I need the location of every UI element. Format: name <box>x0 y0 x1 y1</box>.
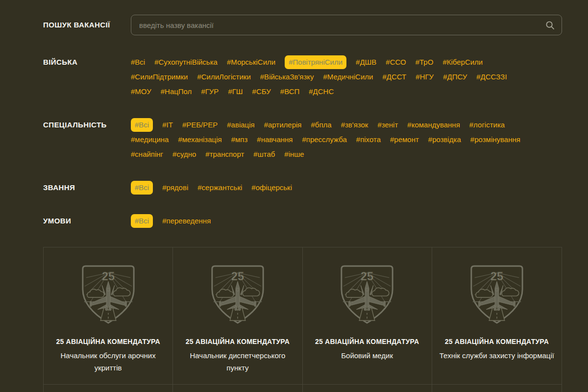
filter-tag[interactable]: #зеніт <box>377 120 398 130</box>
filter-tag[interactable]: #судно <box>172 149 196 160</box>
filter-group-conditions: УМОВИ #Всі#переведення <box>43 214 562 228</box>
filter-tag[interactable]: #СухопутніВійська <box>154 57 218 68</box>
unit-emblem-25-aviation-icon: 25 <box>79 264 137 325</box>
filter-tag[interactable]: #мпз <box>231 134 248 145</box>
filter-tags-conditions: #Всі#переведення <box>131 214 562 228</box>
filter-tag[interactable]: #ТрО <box>416 57 434 68</box>
tag-row: #СилиПідтримки#СилиЛогістики#ВійськаЗв'я… <box>131 70 562 84</box>
filter-tag[interactable]: #сержантські <box>197 182 242 193</box>
filter-label-specialty: СПЕЦІАЛЬНІСТЬ <box>43 118 131 132</box>
vacancy-card-partial[interactable] <box>432 385 562 392</box>
filter-label-conditions: УМОВИ <box>43 214 131 228</box>
filter-tag[interactable]: #РЕБ/РЕР <box>182 120 218 130</box>
filter-tag[interactable]: #переведення <box>162 216 211 226</box>
search-input[interactable] <box>131 15 562 35</box>
filter-tag[interactable]: #Всі <box>131 118 153 132</box>
filter-label-troops: ВІЙСЬКА <box>43 55 131 70</box>
filter-tag[interactable]: #навчання <box>257 134 293 145</box>
vacancy-position: Начальник диспетчерського пункту <box>180 350 295 374</box>
filter-tag[interactable]: #ДССТ <box>382 72 406 82</box>
filter-tag[interactable]: #піхота <box>356 134 381 145</box>
filter-tag[interactable]: #КіберСили <box>442 57 483 68</box>
filter-tag[interactable]: #розмінування <box>470 134 520 145</box>
filter-tag[interactable]: #снайпінг <box>131 149 163 160</box>
filter-tag[interactable]: #механізація <box>178 134 221 145</box>
filter-tag[interactable]: #МедичніСили <box>323 72 373 82</box>
vacancy-unit-title: 25 АВІАЦІЙНА КОМЕНДАТУРА <box>186 338 290 345</box>
svg-text:25: 25 <box>101 270 114 283</box>
vacancy-position: Начальник обслуги арочних укриттів <box>50 350 166 374</box>
filter-tag[interactable]: #ремонт <box>390 134 419 145</box>
search-row: ПОШУК ВАКАНСІЇ <box>43 15 562 35</box>
filter-tags-rank: #Всі#рядові#сержантські#офіцерські <box>131 180 562 195</box>
filter-tag[interactable]: #СБУ <box>252 86 271 97</box>
vacancy-position: Бойовий медик <box>341 350 393 362</box>
vacancy-card[interactable]: 25 25 АВІАЦІЙНА КОМЕНДАТУРА Начальник ди… <box>173 247 302 385</box>
unit-emblem-25-aviation-icon: 25 <box>338 264 396 325</box>
filter-tag[interactable]: #артилерія <box>264 120 302 130</box>
filter-tag[interactable]: #ІТ <box>162 120 173 130</box>
filter-label-rank: ЗВАННЯ <box>43 180 131 195</box>
vacancy-unit-title: 25 АВІАЦІЙНА КОМЕНДАТУРА <box>56 338 160 345</box>
vacancy-card[interactable]: 25 25 АВІАЦІЙНА КОМЕНДАТУРА Начальник об… <box>44 247 173 385</box>
filter-tag[interactable]: #командування <box>407 120 460 130</box>
filter-tag[interactable]: #ВійськаЗв'язку <box>260 72 314 82</box>
tag-row: #медицина#механізація#мпз#навчання#пресс… <box>131 132 562 147</box>
filter-tag[interactable]: #зв'язок <box>341 120 368 130</box>
filter-tag[interactable]: #МорськіСили <box>227 57 275 68</box>
filter-tag[interactable]: #медицина <box>131 134 169 145</box>
filter-tag[interactable]: #НГУ <box>416 72 434 82</box>
filter-tag[interactable]: #ДПСУ <box>443 72 467 82</box>
filter-tag[interactable]: #ГШ <box>228 86 243 97</box>
filter-tags-troops: #Всі#СухопутніВійська#МорськіСили#Повітр… <box>131 55 562 99</box>
svg-text:25: 25 <box>231 270 244 283</box>
vacancy-card-partial[interactable] <box>44 385 173 392</box>
filter-tag[interactable]: #НацПол <box>161 86 192 97</box>
vacancy-card[interactable]: 25 25 АВІАЦІЙНА КОМЕНДАТУРА Технік служб… <box>432 247 562 385</box>
tag-row: #снайпінг#судно#транспорт#штаб#інше <box>131 147 562 162</box>
vacancy-grid: 25 25 АВІАЦІЙНА КОМЕНДАТУРА Начальник об… <box>43 247 562 392</box>
filter-tag[interactable]: #ГУР <box>201 86 219 97</box>
vacancy-card-partial[interactable] <box>173 385 302 392</box>
filter-tag[interactable]: #ДССЗЗІ <box>476 72 507 82</box>
filter-tag[interactable]: #ДСНС <box>309 86 334 97</box>
filter-tag[interactable]: #пресслужба <box>302 134 346 145</box>
unit-emblem-25-aviation-icon: 25 <box>468 264 526 325</box>
filter-tag[interactable]: #ПовітряніСили <box>285 55 346 69</box>
filter-tag[interactable]: #офіцерські <box>251 182 292 193</box>
filter-tag[interactable]: #СилиЛогістики <box>197 72 250 82</box>
filter-tag[interactable]: #інше <box>284 149 304 160</box>
filter-tag[interactable]: #ВСП <box>280 86 299 97</box>
vacancy-search-page: ПОШУК ВАКАНСІЇ ВІЙСЬКА #Всі#СухопутніВій… <box>0 0 588 392</box>
filter-tag[interactable]: #авіація <box>227 120 254 130</box>
tag-row: #МОУ#НацПол#ГУР#ГШ#СБУ#ВСП#ДСНС <box>131 84 562 99</box>
filter-tag[interactable]: #МОУ <box>131 86 151 97</box>
search-box <box>131 15 562 35</box>
filter-tag[interactable]: #рядові <box>162 182 188 193</box>
filter-tag[interactable]: #Всі <box>131 214 153 228</box>
svg-text:25: 25 <box>490 270 503 283</box>
vacancy-position: Технік служби захисту інформації <box>440 350 554 362</box>
vacancy-unit-title: 25 АВІАЦІЙНА КОМЕНДАТУРА <box>445 338 549 345</box>
filter-tag[interactable]: #Всі <box>131 181 153 195</box>
filter-group-specialty: СПЕЦІАЛЬНІСТЬ #Всі#ІТ#РЕБ/РЕР#авіація#ар… <box>43 118 562 162</box>
vacancy-unit-title: 25 АВІАЦІЙНА КОМЕНДАТУРА <box>315 338 419 345</box>
filter-tag[interactable]: #бпла <box>311 120 331 130</box>
tag-row: #Всі#ІТ#РЕБ/РЕР#авіація#артилерія#бпла#з… <box>131 118 562 132</box>
filter-tag[interactable]: #штаб <box>253 149 275 160</box>
tag-row: #Всі#СухопутніВійська#МорськіСили#Повітр… <box>131 55 562 70</box>
filter-tag[interactable]: #транспорт <box>205 149 244 160</box>
filter-tag[interactable]: #розвідка <box>428 134 461 145</box>
svg-text:25: 25 <box>361 270 373 283</box>
filter-tag[interactable]: #СилиПідтримки <box>131 72 188 82</box>
filter-tag[interactable]: #ДШВ <box>356 57 376 68</box>
filter-tag[interactable]: #логістика <box>469 120 505 130</box>
filter-tag[interactable]: #ССО <box>386 57 406 68</box>
vacancy-card[interactable]: 25 25 АВІАЦІЙНА КОМЕНДАТУРА Бойовий меди… <box>303 247 432 385</box>
filter-tag[interactable]: #Всі <box>131 57 145 68</box>
search-label: ПОШУК ВАКАНСІЇ <box>43 15 131 35</box>
unit-emblem-25-aviation-icon: 25 <box>209 264 267 325</box>
search-icon[interactable] <box>545 20 555 30</box>
filter-group-troops: ВІЙСЬКА #Всі#СухопутніВійська#МорськіСил… <box>43 55 562 99</box>
vacancy-card-partial[interactable] <box>303 385 432 392</box>
